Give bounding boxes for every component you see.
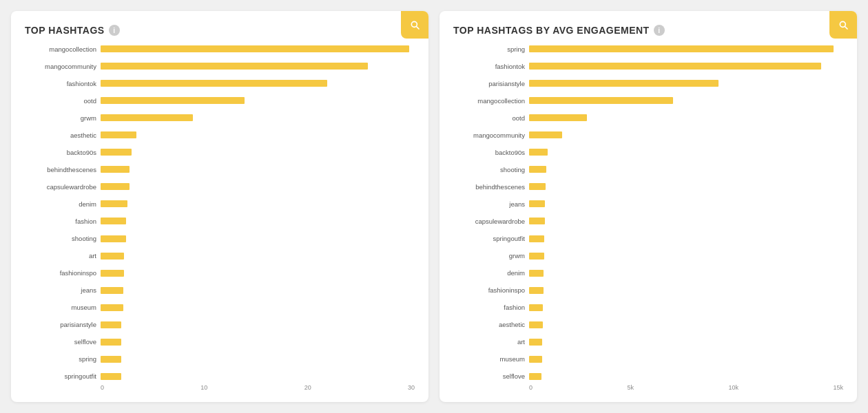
bar-label: capsulewardrobe xyxy=(453,218,529,225)
left-search-button[interactable] xyxy=(401,11,428,39)
bar-label: backto90s xyxy=(453,149,529,156)
right-chart-card: TOP HASHTAGS BY AVG ENGAGEMENT i springf… xyxy=(440,11,857,402)
bar-label: art xyxy=(453,338,529,346)
left-chart-card: TOP HASHTAGS i mangocollectionmangocommu… xyxy=(11,11,428,402)
bar-label: jeans xyxy=(453,200,529,208)
left-x-axis: 0102030 xyxy=(25,384,415,391)
bar-label: fashion xyxy=(453,304,529,311)
bar-fill xyxy=(529,131,562,138)
right-search-button[interactable] xyxy=(829,11,857,39)
right-x-axis: 05k10k15k xyxy=(453,384,843,391)
bar-row: fashioninspo xyxy=(453,286,838,295)
right-info-icon[interactable]: i xyxy=(654,25,665,36)
bar-track xyxy=(529,321,838,328)
x-tick: 0 xyxy=(101,384,104,391)
right-chart-header: TOP HASHTAGS BY AVG ENGAGEMENT i xyxy=(453,25,843,36)
bar-fill xyxy=(529,270,544,277)
bar-row: backto90s xyxy=(453,147,838,157)
bar-row: selflove xyxy=(25,337,409,347)
bar-row: springoutfit xyxy=(453,234,838,244)
bar-fill xyxy=(101,304,123,311)
bar-fill xyxy=(101,200,127,207)
bar-row: fashioninspo xyxy=(25,268,409,278)
bar-track xyxy=(529,339,838,346)
bar-track xyxy=(529,253,838,260)
left-chart-header: TOP HASHTAGS i xyxy=(25,25,415,36)
bar-track xyxy=(529,131,838,138)
bar-track xyxy=(529,63,838,70)
bar-track xyxy=(101,253,409,260)
bar-row: denim xyxy=(25,199,409,209)
bar-label: grwm xyxy=(25,114,101,122)
bar-track xyxy=(101,97,409,104)
bar-row: spring xyxy=(25,354,409,364)
bar-row: backto90s xyxy=(25,147,409,157)
bar-fill xyxy=(101,321,121,328)
bar-track xyxy=(529,97,838,104)
bar-track xyxy=(529,373,838,380)
bar-label: backto90s xyxy=(25,149,101,156)
left-chart-area: mangocollectionmangocommunityfashiontoko… xyxy=(25,44,415,391)
bar-row: jeans xyxy=(25,286,409,295)
bar-row: parisianstyle xyxy=(453,78,838,88)
bar-row: fashion xyxy=(453,303,838,313)
bar-label: ootd xyxy=(453,114,529,122)
bar-track xyxy=(529,149,838,156)
bar-fill xyxy=(101,80,327,87)
bar-label: fashion xyxy=(25,218,101,225)
bar-fill xyxy=(101,183,130,190)
bar-fill xyxy=(101,45,409,52)
bar-fill xyxy=(529,63,821,70)
bar-track xyxy=(529,287,838,294)
right-bar-chart: springfashiontokparisianstylemangocollec… xyxy=(453,44,843,381)
bar-fill xyxy=(101,373,121,380)
bar-label: denim xyxy=(25,200,101,208)
bar-row: behindthescenes xyxy=(453,182,838,191)
bar-label: behindthescenes xyxy=(453,183,529,191)
bar-label: denim xyxy=(453,269,529,277)
bar-track xyxy=(101,80,409,87)
bar-track xyxy=(529,218,838,224)
bar-fill xyxy=(529,321,543,328)
x-tick: 15k xyxy=(833,384,843,391)
bar-label: capsulewardrobe xyxy=(25,183,101,191)
search-icon xyxy=(409,19,420,30)
bar-fill xyxy=(529,80,719,87)
bar-row: museum xyxy=(453,354,838,364)
bar-row: jeans xyxy=(453,199,838,209)
bar-label: springoutfit xyxy=(25,372,101,380)
bar-row: aesthetic xyxy=(453,320,838,330)
bar-fill xyxy=(101,356,121,363)
bar-row: grwm xyxy=(453,251,838,261)
bar-fill xyxy=(529,149,548,156)
bar-row: denim xyxy=(453,268,838,278)
right-chart-area: springfashiontokparisianstylemangocollec… xyxy=(453,44,843,391)
bar-track xyxy=(529,80,838,87)
bar-row: ootd xyxy=(25,96,409,105)
bar-fill xyxy=(529,97,673,104)
bar-label: selflove xyxy=(453,372,529,380)
bar-track xyxy=(101,149,409,156)
bar-label: mangocollection xyxy=(25,45,101,53)
bar-label: mangocommunity xyxy=(25,63,101,70)
bar-fill xyxy=(529,45,834,52)
bar-row: fashiontok xyxy=(453,61,838,71)
bar-track xyxy=(101,339,409,346)
bar-track xyxy=(529,166,838,173)
bar-row: ootd xyxy=(453,113,838,123)
bar-label: parisianstyle xyxy=(453,80,529,87)
bar-fill xyxy=(529,183,546,190)
left-bar-chart: mangocollectionmangocommunityfashiontoko… xyxy=(25,44,415,381)
bar-row: capsulewardrobe xyxy=(453,216,838,226)
bar-label: jeans xyxy=(25,286,101,294)
bar-track xyxy=(529,114,838,121)
bar-label: aesthetic xyxy=(25,131,101,139)
left-info-icon[interactable]: i xyxy=(109,25,120,36)
bar-label: spring xyxy=(453,45,529,53)
bar-track xyxy=(101,287,409,294)
bar-fill xyxy=(101,270,124,277)
bar-label: behindthescenes xyxy=(25,166,101,173)
bar-fill xyxy=(529,114,587,121)
bar-fill xyxy=(101,287,123,294)
left-chart-title: TOP HASHTAGS xyxy=(25,25,105,36)
